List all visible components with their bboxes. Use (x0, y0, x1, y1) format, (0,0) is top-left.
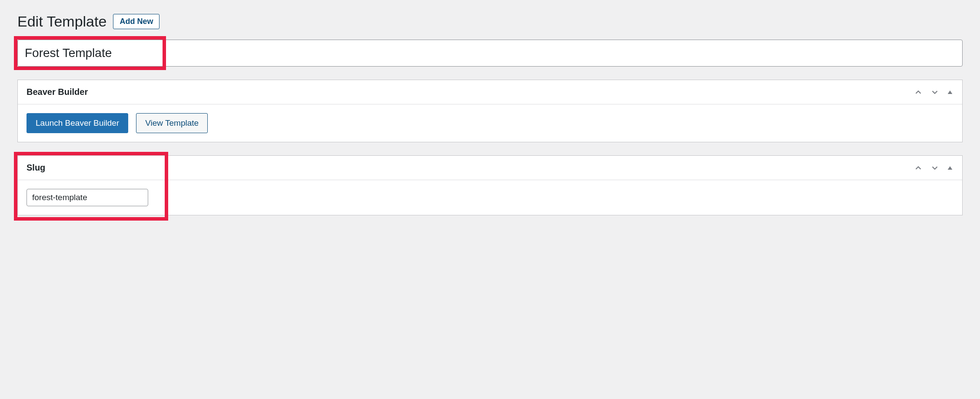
slug-input[interactable] (27, 189, 148, 206)
panel-move-down-icon[interactable] (930, 87, 940, 97)
slug-panel-wrap: Slug (17, 155, 963, 215)
view-template-button[interactable]: View Template (136, 113, 208, 133)
svg-marker-0 (948, 91, 953, 94)
panel-header: Beaver Builder (18, 80, 962, 104)
panel-move-up-icon[interactable] (914, 87, 923, 97)
launch-beaver-builder-button[interactable]: Launch Beaver Builder (27, 113, 128, 133)
template-title-input[interactable] (17, 40, 963, 67)
panel-body (18, 180, 962, 215)
add-new-button[interactable]: Add New (113, 14, 159, 29)
panel-body: Launch Beaver Builder View Template (18, 104, 962, 142)
slug-panel-title: Slug (27, 163, 45, 173)
page-title: Edit Template (17, 13, 106, 30)
page-header: Edit Template Add New (17, 13, 963, 30)
panel-controls (914, 87, 953, 97)
beaver-builder-panel-title: Beaver Builder (27, 87, 88, 97)
beaver-builder-panel: Beaver Builder Launch Beaver Builder Vie… (17, 80, 963, 142)
svg-marker-1 (948, 166, 953, 170)
title-input-wrap (17, 40, 963, 67)
panel-collapse-icon[interactable] (947, 164, 953, 171)
slug-panel: Slug (17, 155, 963, 215)
panel-move-up-icon[interactable] (914, 163, 923, 173)
panel-controls (914, 163, 953, 173)
panel-header: Slug (18, 156, 962, 180)
panel-collapse-icon[interactable] (947, 89, 953, 96)
panel-move-down-icon[interactable] (930, 163, 940, 173)
